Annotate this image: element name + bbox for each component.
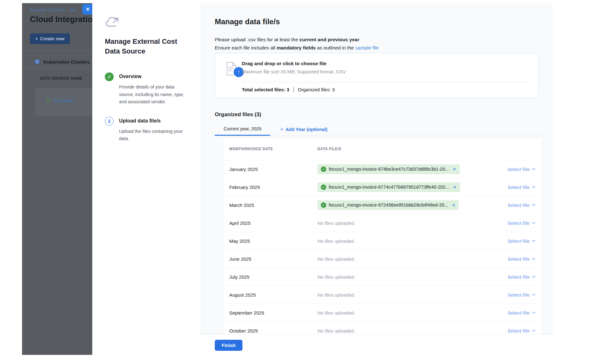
table-row: September 2025 No files uploaded. Select… [223,304,542,321]
close-button[interactable]: ✕ [82,4,93,14]
no-files-text: No files uploaded. [317,310,488,316]
select-file-dropdown[interactable]: Select file [508,292,536,298]
screen: Account: CCM-NG›Set Cloud Integration + … [0,0,609,364]
file-name: focusv1_mongo-invoice-6774c477b667901d77… [329,185,449,190]
remove-file-icon[interactable]: ✕ [453,185,457,190]
month-label: February 2025 [229,185,317,190]
column-month-invoice-date: MONTH/INVOICE DATE [229,147,317,151]
instruction-line-1: Please upload .csv files for at least th… [215,36,378,44]
table-row: June 2025 No files uploaded. Select file [223,250,542,268]
select-file-dropdown[interactable]: Select file [508,167,536,172]
month-label: August 2025 [229,292,317,298]
chevron-down-icon [532,186,536,188]
month-label: May 2025 [229,238,317,244]
chevron-down-icon [532,329,536,332]
breadcrumb-separator-icon: › [67,8,68,12]
table-row: May 2025 No files uploaded. Select file [223,232,542,250]
step-description: Upload the files containing your data. [119,128,188,142]
kubernetes-icon [34,59,40,65]
data-source-card: test-jbisht [35,88,92,116]
sample-file-link[interactable]: sample file [355,45,378,50]
table-row: February 2025 ✓ focusv1_mongo-invoice-67… [223,178,542,196]
month-label: September 2025 [229,310,317,316]
data-source-row[interactable]: test-jbisht [45,98,74,104]
month-label: January 2025 [229,167,317,172]
wizard-title: Manage External Cost Data Source [105,37,184,56]
table-row: July 2025 No files uploaded. Select file [223,268,542,286]
modal-main-panel: Manage data file/s Please upload .csv fi… [201,3,553,335]
plus-icon: + [280,126,283,133]
modal-footer: Finish [201,335,553,355]
month-label: July 2025 [229,274,317,280]
file-dropzone[interactable]: ↑ Drag and drop or click to choose file … [215,53,538,98]
chevron-down-icon [532,240,536,242]
month-label: June 2025 [229,256,317,262]
organized-files-table: MONTH/INVOICE DATE DATA FILE/S January 2… [223,138,542,335]
page-title: Cloud Integration [30,14,92,24]
select-file-dropdown[interactable]: Select file [508,256,536,262]
finish-button[interactable]: Finish [215,340,242,351]
no-files-text: No files uploaded. [317,238,488,244]
data-source-link[interactable]: test-jbisht [54,98,74,103]
no-files-text: No files uploaded. [317,274,488,280]
organized-files-count: Organized files: 3 [298,87,335,92]
breadcrumb-section-link[interactable]: Set [70,8,76,12]
table-row: April 2025 No files uploaded. Select fil… [223,214,542,232]
no-files-text: No files uploaded. [317,220,488,226]
select-file-dropdown[interactable]: Select file [508,274,536,280]
chevron-down-icon [532,168,536,170]
breadcrumb-account-link[interactable]: Account: CCM-NG [30,8,65,12]
create-new-button[interactable]: + Create new [30,33,70,44]
select-file-dropdown[interactable]: Select file [508,238,536,244]
breadcrumb: Account: CCM-NG›Set [30,8,76,12]
table-row: October 2025 No files uploaded. Select f… [223,321,542,335]
select-file-dropdown[interactable]: Select file [508,202,536,208]
step-overview[interactable]: ✓ Overview Provide details of your data … [105,72,188,105]
select-file-dropdown[interactable]: Select file [508,310,536,316]
select-file-dropdown[interactable]: Select file [508,185,536,190]
file-name: focusv1_mongo-invoice-672456ee851bbb28c6… [329,202,448,208]
dropzone-counts: Total selected files: 3 Organized files:… [242,87,335,92]
chevron-down-icon [532,258,536,260]
organized-files-heading: Organized files (3) [215,111,261,118]
step-description: Provide details of your data source, inc… [119,83,188,105]
step-complete-check-icon: ✓ [105,72,114,81]
chevron-down-icon [532,311,536,314]
chevron-down-icon [532,293,536,296]
file-name: focusv1_mongo-invoice-674be3ce47c73d37dd… [329,167,449,172]
chevron-down-icon [532,276,536,278]
file-valid-check-icon: ✓ [321,185,326,190]
plus-icon: + [35,36,38,41]
table-row: August 2025 No files uploaded. Select fi… [223,286,542,304]
upload-document-icon: ↑ [225,61,240,78]
file-chip: ✓ focusv1_mongo-invoice-674be3ce47c73d37… [317,164,460,174]
tab-current-year[interactable]: Current year, 2025 [215,123,270,136]
step-label: Overview [119,72,188,81]
remove-file-icon[interactable]: ✕ [452,167,456,172]
divider [22,50,92,51]
month-label: April 2025 [229,220,317,226]
add-year-button[interactable]: + Add Year (optional) [278,123,329,136]
no-files-text: No files uploaded. [317,328,488,333]
remove-file-icon[interactable]: ✕ [452,202,455,208]
main-heading: Manage data file/s [215,17,280,26]
tab-kubernetes-clusters[interactable]: Kubernetes Clusters [34,56,90,68]
divider [22,68,92,68]
dimmed-background-page: Account: CCM-NG›Set Cloud Integration + … [22,3,92,355]
close-icon: ✕ [86,6,90,12]
column-data-files: DATA FILE/S [317,147,488,151]
wizard-sidebar: Manage External Cost Data Source ✓ Overv… [92,3,201,355]
file-chip: ✓ focusv1_mongo-invoice-672456ee851bbb28… [317,200,459,210]
dropzone-title: Drag and drop or click to choose file [242,61,327,66]
file-valid-check-icon: ✓ [321,167,326,172]
select-file-dropdown[interactable]: Select file [508,220,536,226]
total-selected-files: Total selected files: 3 [242,87,289,92]
select-file-dropdown[interactable]: Select file [508,328,536,333]
dropzone-subtitle: Maximum file size 20 MB; Supported forma… [242,69,346,74]
chevron-down-icon [532,204,536,206]
step-upload-data-files[interactable]: 2 Upload data file/s Upload the files co… [105,117,188,142]
table-row: January 2025 ✓ focusv1_mongo-invoice-674… [223,160,542,178]
dropzone-divider [242,82,531,82]
month-label: March 2025 [229,202,317,208]
instruction-line-2: Ensure each file includes all mandatory … [215,44,378,52]
